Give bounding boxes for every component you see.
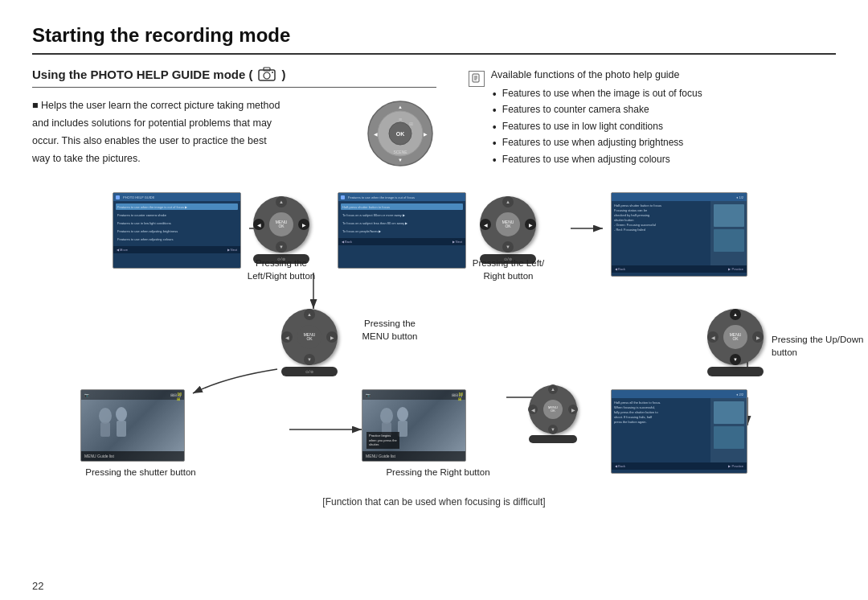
caption-left-right-1: Pressing the Left/Right button xyxy=(245,257,317,282)
available-title: Available functions of the photo help gu… xyxy=(491,69,836,80)
photo-footer-left: MENU Guide list xyxy=(81,451,184,461)
svg-text:⊞: ⊞ xyxy=(408,121,412,126)
dial-right-1: ▶ xyxy=(298,219,309,230)
dial-inner-updown: MENUOK xyxy=(723,325,747,349)
dial-inner-midbottom: MENUOK xyxy=(543,400,563,419)
note-icon xyxy=(469,71,485,87)
page-number: 22 xyxy=(32,580,43,592)
dial-bottom-midbottom: ▼ xyxy=(548,425,558,434)
screen-body-1: Features to use when the image is out of… xyxy=(113,201,240,246)
dial-outer-midbottom: ▲ ▼ ◀ ▶ MENUOK xyxy=(529,385,577,434)
svg-point-34 xyxy=(380,408,393,424)
svg-rect-31 xyxy=(100,422,110,437)
svg-rect-37 xyxy=(398,421,407,437)
dial-inner-2: MENUOK xyxy=(496,212,520,236)
screen-footer-2: ◀ Back▶ Next xyxy=(338,238,465,245)
dial-left-2: ◀ xyxy=(480,219,491,230)
screen-body-2: Half-press shutter button to focus To fo… xyxy=(338,201,465,238)
practice-header-top: ♦ 1/2 xyxy=(612,193,747,201)
practice-thumb-2 xyxy=(714,229,744,252)
screen-header-2: Features to use when the image is out of… xyxy=(338,193,465,201)
caption-right-button: Pressing the Right button xyxy=(370,466,506,479)
dial-top-menu: ▲ xyxy=(304,309,315,320)
practice-header-bottom: ♦ 2/2 xyxy=(612,390,747,398)
description-text: ■ Helps the user learn the correct pictu… xyxy=(32,97,353,168)
dial-outer-2: ▲ ▼ ◀ ▶ MENUOK xyxy=(480,196,536,253)
dial-top-1: ▲ xyxy=(276,196,287,208)
svg-text:▲: ▲ xyxy=(398,105,403,109)
feature-item-4: Features to use when adjusting brightnes… xyxy=(491,134,836,150)
dial-left-right-1: ▲ ▼ ◀ ▶ MENUOK ⊙/⊚ xyxy=(253,196,309,264)
focus-item-selected: Half-press shutter button to focus xyxy=(341,203,463,210)
dial-inner-menu: MENUOK xyxy=(297,325,321,349)
caption-menu: Pressing the MENU button xyxy=(350,317,430,343)
svg-point-3 xyxy=(272,72,273,73)
svg-point-30 xyxy=(99,408,112,424)
people-svg-left xyxy=(89,400,154,444)
svg-text:▶: ▶ xyxy=(423,132,427,137)
desc-line-3: occur. This also enables the user to pra… xyxy=(32,133,353,149)
svg-point-32 xyxy=(116,407,127,421)
menu-item-2: Features to counter camera shake xyxy=(116,212,238,218)
screen-footer-1: ◀ Move▶ Next xyxy=(113,246,240,253)
dial-left-midbottom: ◀ xyxy=(528,405,538,414)
menu-item-selected: Features to use when the image is out of… xyxy=(116,203,238,210)
dial-left-right-2: ▲ ▼ ◀ ▶ MENUOK ⊙/⊚ xyxy=(480,196,536,264)
practice-image-top xyxy=(710,201,747,265)
dial-outer-1: ▲ ▼ ◀ ▶ MENUOK xyxy=(253,196,309,253)
screen-photo-help-guide: PHOTO HELP GUIDE Features to use when th… xyxy=(113,192,241,269)
photo-header-left: 📷⊞⊟ ||| xyxy=(81,390,184,400)
left-column: Using the PHOTO HELP GUIDE mode ( ) ■ He… xyxy=(32,66,436,170)
note-text-block: Available functions of the photo help gu… xyxy=(491,69,836,167)
dial-right-updown: ▶ xyxy=(752,331,764,343)
focus-item-3: To focus on a subject less than 80 cm aw… xyxy=(341,220,463,226)
caption-shutter: Pressing the shutter button xyxy=(80,466,201,479)
section-header: Using the PHOTO HELP GUIDE mode ( ) xyxy=(32,66,436,88)
caption-left-right-2: Pressing the Left/ Right button xyxy=(470,257,547,282)
camera-dial-illustration: ▲ ▶ ▼ ◀ SCENE ≡ ⊞ OK xyxy=(364,97,436,170)
dial-left-updown: ◀ xyxy=(707,331,719,343)
photo-thumb-middle: 📷⊞⊟ ||| 10⊞ Practice beginswhen you pres… xyxy=(362,389,466,462)
screen-header-1: PHOTO HELP GUIDE xyxy=(113,193,240,201)
practice-thumb-3 xyxy=(714,401,744,424)
dial-base-menu: ⊙/⊚ xyxy=(281,367,338,376)
svg-text:SCENE: SCENE xyxy=(393,150,407,154)
screen-footer-4: ◀ Back▶ Practice xyxy=(612,462,747,470)
pencil-icon xyxy=(471,73,482,84)
svg-rect-33 xyxy=(117,421,126,437)
dial-top-midbottom: ▲ xyxy=(548,384,558,394)
screen-focus-menu: Features to use when the image is out of… xyxy=(338,192,466,269)
screen-practice-top: ♦ 1/2 Half-press shutter button to focus… xyxy=(611,192,747,277)
section-title-end: ) xyxy=(281,68,285,81)
dial-right-menu: ▶ xyxy=(326,331,338,343)
note-content: Available functions of the photo help gu… xyxy=(469,69,836,167)
practice-image-bottom xyxy=(710,398,747,462)
focus-item-4: To focus on people/faces ▶ xyxy=(341,228,463,234)
dial-up-down: ▲ ▼ ◀ ▶ MENUOK xyxy=(707,309,764,376)
dial-right-2: ▶ xyxy=(525,219,536,230)
intro-section: Using the PHOTO HELP GUIDE mode ( ) ■ He… xyxy=(32,66,836,170)
dial-bottom-updown: ▼ xyxy=(730,354,741,365)
menu-item-5: Features to use when adjusting colours xyxy=(116,236,238,242)
dial-bottom-1: ▼ xyxy=(276,241,287,253)
dial-outer-updown: ▲ ▼ ◀ ▶ MENUOK xyxy=(707,309,764,365)
focus-item-2: To focus on a subject 80cm or more away … xyxy=(341,212,463,218)
dial-right-midbottom: ▶ xyxy=(568,405,578,414)
practice-text-bottom: Half-press all the button to focus. When… xyxy=(612,398,710,462)
bottom-caption: [Function that can be used when focusing… xyxy=(32,496,836,508)
svg-point-36 xyxy=(397,407,408,421)
dial-mid-bottom: ▲ ▼ ◀ ▶ MENUOK xyxy=(529,385,577,443)
svg-text:◀: ◀ xyxy=(373,132,377,137)
feature-item-5: Features to use when adjusting colours xyxy=(491,151,836,167)
photo-content-middle: 📷⊞⊟ ||| 10⊞ Practice beginswhen you pres… xyxy=(362,390,465,461)
practice-content-top: Half-press shutter button to focus Focus… xyxy=(612,201,747,265)
dial-menu: ▲ ▼ ◀ ▶ MENUOK ⊙/⊚ xyxy=(281,309,338,376)
practice-thumb-4 xyxy=(714,426,744,449)
desc-line-2: and includes solutions for potential pro… xyxy=(32,115,353,131)
svg-point-1 xyxy=(264,72,270,79)
dial-left-menu: ◀ xyxy=(281,331,293,343)
practice-content-bottom: Half-press all the button to focus. When… xyxy=(612,398,747,462)
camera-mode-icon xyxy=(257,66,276,82)
dial-bottom-2: ▼ xyxy=(502,241,514,253)
screen-footer-3: ◀ Back▶ Practice xyxy=(612,265,747,273)
